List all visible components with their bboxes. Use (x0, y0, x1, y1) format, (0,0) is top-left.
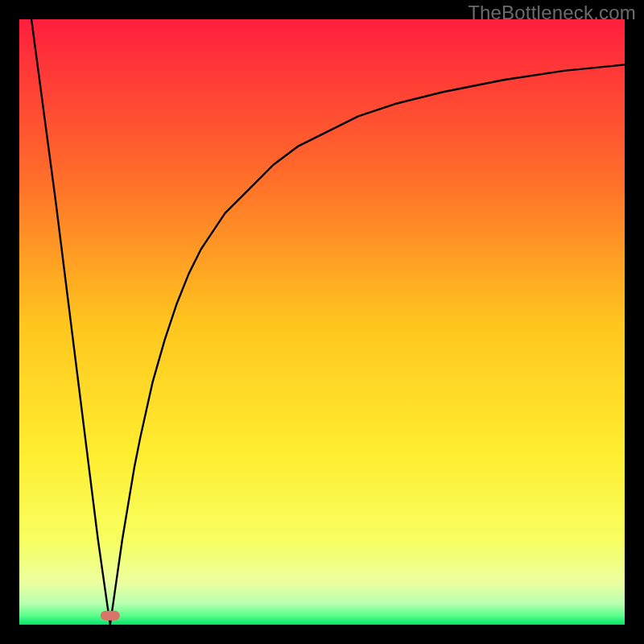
bottleneck-marker (101, 611, 120, 621)
bottleneck-chart (19, 19, 625, 625)
gradient-background (19, 19, 625, 625)
chart-frame (19, 19, 625, 625)
watermark-text: TheBottleneck.com (468, 2, 636, 24)
